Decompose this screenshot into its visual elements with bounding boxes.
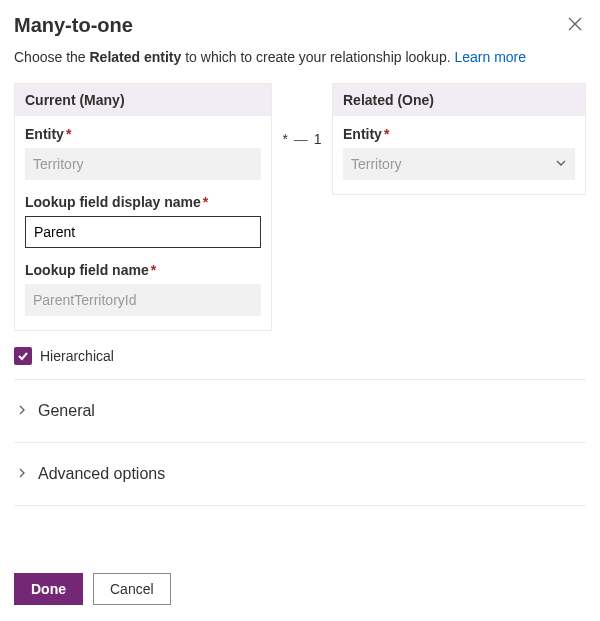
chevron-right-icon xyxy=(16,466,28,482)
related-entity-select[interactable] xyxy=(343,148,575,180)
connector-line: — xyxy=(294,131,308,147)
divider xyxy=(14,442,586,443)
advanced-section-toggle[interactable]: Advanced options xyxy=(14,453,586,495)
chevron-right-icon xyxy=(16,403,28,419)
subtitle: Choose the Related entity to which to cr… xyxy=(14,49,586,65)
subtitle-text-prefix: Choose the xyxy=(14,49,90,65)
divider xyxy=(14,379,586,380)
cancel-button[interactable]: Cancel xyxy=(93,573,171,605)
page-title: Many-to-one xyxy=(14,14,133,37)
hierarchical-checkbox[interactable] xyxy=(14,347,32,365)
required-marker: * xyxy=(66,126,71,142)
close-icon[interactable] xyxy=(564,14,586,36)
advanced-section-title: Advanced options xyxy=(38,465,165,483)
hierarchical-label: Hierarchical xyxy=(40,348,114,364)
general-section-title: General xyxy=(38,402,95,420)
current-entity-label: Entity* xyxy=(25,126,261,142)
divider xyxy=(14,505,586,506)
related-panel-title: Related (One) xyxy=(333,84,585,116)
required-marker: * xyxy=(151,262,156,278)
required-marker: * xyxy=(203,194,208,210)
lookup-display-name-input[interactable] xyxy=(25,216,261,248)
lookup-display-name-label: Lookup field display name* xyxy=(25,194,261,210)
done-button[interactable]: Done xyxy=(14,573,83,605)
lookup-field-name-label: Lookup field name* xyxy=(25,262,261,278)
cardinality-many: * xyxy=(282,131,287,147)
label-text: Entity xyxy=(25,126,64,142)
learn-more-link[interactable]: Learn more xyxy=(454,49,526,65)
related-entity-label: Entity* xyxy=(343,126,575,142)
label-text: Lookup field display name xyxy=(25,194,201,210)
required-marker: * xyxy=(384,126,389,142)
cardinality-connector: * — 1 xyxy=(272,83,332,147)
current-entity-input xyxy=(25,148,261,180)
subtitle-text-suffix: to which to create your relationship loo… xyxy=(181,49,454,65)
subtitle-bold: Related entity xyxy=(90,49,182,65)
current-panel: Current (Many) Entity* Lookup field disp… xyxy=(14,83,272,331)
general-section-toggle[interactable]: General xyxy=(14,390,586,432)
label-text: Entity xyxy=(343,126,382,142)
current-panel-title: Current (Many) xyxy=(15,84,271,116)
cardinality-one: 1 xyxy=(314,131,322,147)
label-text: Lookup field name xyxy=(25,262,149,278)
lookup-field-name-input xyxy=(25,284,261,316)
related-panel: Related (One) Entity* xyxy=(332,83,586,195)
